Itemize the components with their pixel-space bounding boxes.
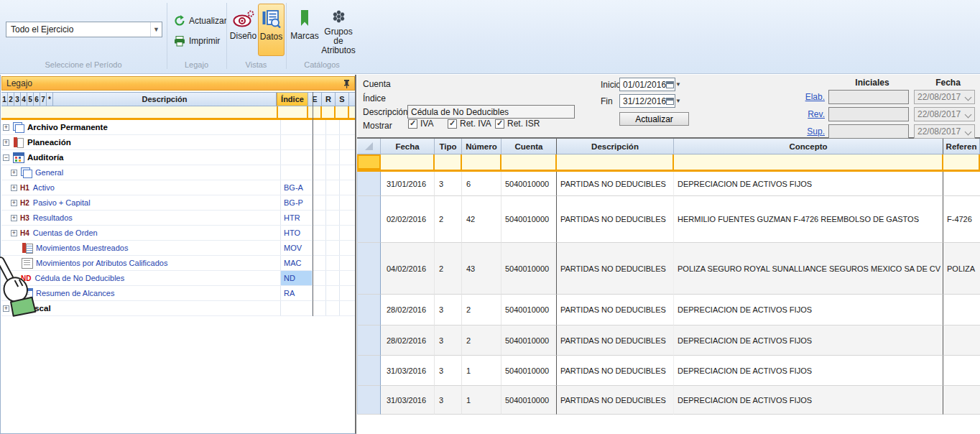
- sup-link[interactable]: Sup.: [788, 126, 828, 137]
- tree-row[interactable]: Resumen de Alcances RA: [1, 286, 355, 301]
- elab-date-select[interactable]: 22/08/2017: [914, 90, 975, 104]
- column-header-tipo[interactable]: Tipo: [435, 139, 462, 154]
- tree-e-cell: [312, 301, 325, 315]
- cell-referencia: POLIZA: [943, 243, 980, 295]
- level-header-7[interactable]: 7: [40, 93, 47, 106]
- tree-s-cell: [339, 241, 353, 255]
- form-actualizar-button[interactable]: Actualizar: [619, 112, 689, 126]
- tree-r-cell: [325, 135, 339, 149]
- rev-date-select[interactable]: 22/08/2017: [914, 107, 975, 121]
- column-header-r[interactable]: R: [322, 93, 336, 106]
- grid-corner-cell[interactable]: [357, 139, 381, 154]
- rev-link[interactable]: Rev.: [788, 109, 828, 119]
- tree-filter-row[interactable]: [1, 106, 355, 120]
- table-row[interactable]: 02/02/2016 2 42 5040010000 PARTIDAS NO D…: [357, 196, 980, 243]
- table-row[interactable]: 28/02/2016 3 2 5040010000 PARTIDAS NO DE…: [357, 326, 980, 356]
- table-row[interactable]: 31/03/2016 3 1 5040010000 PARTIDAS NO DE…: [357, 356, 980, 386]
- tree-row[interactable]: + Fiscal: [1, 301, 355, 316]
- red-binder-icon: [12, 137, 24, 147]
- tree-expander[interactable]: +: [3, 139, 9, 146]
- column-header-numero[interactable]: Número: [462, 139, 501, 154]
- tree-r-cell: [325, 256, 339, 270]
- elab-row: Elab. 22/08/2017: [788, 90, 975, 104]
- tree-row[interactable]: − Auditoría: [1, 150, 355, 165]
- row-selector[interactable]: [357, 243, 381, 295]
- column-header-fecha[interactable]: Fecha: [381, 139, 435, 154]
- table-row[interactable]: 31/03/2016 3 1 5040010000 PARTIDAS NO DE…: [357, 386, 980, 415]
- table-row[interactable]: 28/02/2016 3 2 5040010000 PARTIDAS NO DE…: [357, 295, 980, 326]
- datos-button[interactable]: Datos: [258, 4, 285, 56]
- iva-checkbox[interactable]: IVA: [408, 119, 433, 129]
- column-header-concepto[interactable]: Concepto: [674, 139, 943, 154]
- sup-date-select[interactable]: 22/08/2017: [914, 124, 975, 139]
- sup-initials-input[interactable]: [828, 124, 909, 139]
- rev-date-value: 22/08/2017: [915, 109, 964, 119]
- tree-expander[interactable]: +: [11, 230, 17, 236]
- grid-filter-row[interactable]: [357, 154, 980, 172]
- elab-link[interactable]: Elab.: [788, 92, 828, 102]
- tree-expander[interactable]: +: [3, 124, 9, 131]
- column-header-descripcion[interactable]: Descripción: [53, 93, 277, 106]
- tree-row[interactable]: + H4 Cuentas de Orden HTO: [1, 226, 355, 241]
- column-header-descripcion[interactable]: Descripción: [557, 139, 674, 154]
- imprimir-button[interactable]: Imprimir: [171, 33, 223, 49]
- level-header-4[interactable]: 4: [21, 93, 27, 106]
- actualizar-button[interactable]: Actualizar: [171, 13, 230, 29]
- tree-row[interactable]: + H2 Pasivo + Capital BG-P: [1, 195, 355, 211]
- cell-referencia: [943, 326, 980, 356]
- group-divider: [167, 3, 167, 69]
- inicio-date-picker[interactable]: 01/01/2016 ▼: [619, 78, 675, 91]
- descripcion-input[interactable]: [407, 105, 575, 119]
- tree-row[interactable]: Movimientos Muestreados MOV: [1, 241, 355, 256]
- tree-row[interactable]: + H3 Resultados HTR: [1, 211, 355, 226]
- row-selector[interactable]: [357, 196, 381, 243]
- marcas-button[interactable]: Marcas: [290, 4, 320, 56]
- tree-row[interactable]: ND Cédula de No Deducibles ND: [1, 271, 355, 286]
- row-selector[interactable]: [357, 356, 381, 386]
- level-header-2[interactable]: 2: [8, 93, 14, 106]
- table-row[interactable]: 31/01/2016 3 6 5040010000 PARTIDAS NO DE…: [357, 172, 980, 196]
- bookmark-icon: [300, 10, 310, 27]
- tree-s-cell: [339, 211, 353, 225]
- row-selector[interactable]: [357, 295, 381, 326]
- row-selector[interactable]: [357, 386, 381, 415]
- row-selector[interactable]: [357, 172, 381, 196]
- tree-row[interactable]: Movimientos por Atributos Calificados MA…: [1, 256, 355, 271]
- level-header-5[interactable]: 5: [27, 93, 34, 106]
- fin-date-picker[interactable]: 31/12/2016 ▼: [619, 94, 675, 108]
- tree-expander[interactable]: +: [11, 185, 17, 191]
- calendar-icon: [666, 98, 674, 105]
- tree-row[interactable]: + H1 Activo BG-A: [1, 180, 355, 195]
- pin-icon[interactable]: [343, 79, 350, 88]
- diseno-button[interactable]: Diseño: [229, 4, 257, 56]
- level-header-cells[interactable]: 1234567*: [1, 93, 53, 106]
- period-select[interactable]: Todo el Ejercicio ▼: [6, 22, 162, 37]
- column-header-s[interactable]: S: [336, 93, 349, 106]
- tree-row[interactable]: + Archivo Permanente: [1, 120, 355, 135]
- table-row[interactable]: 04/02/2016 2 43 5040010000 PARTIDAS NO D…: [357, 243, 980, 295]
- column-header-cuenta[interactable]: Cuenta: [501, 139, 557, 154]
- column-header-indice[interactable]: Índice: [277, 93, 308, 106]
- level-header-3[interactable]: 3: [14, 93, 21, 106]
- tree-expander[interactable]: +: [11, 200, 17, 206]
- legajo-panel-titlebar[interactable]: Legajo: [1, 76, 355, 91]
- rev-initials-input[interactable]: [828, 107, 909, 121]
- tree-expander[interactable]: +: [11, 215, 17, 221]
- level-header-1[interactable]: 1: [1, 93, 8, 106]
- cell-fecha: 31/01/2016: [381, 172, 435, 196]
- level-header-6[interactable]: 6: [34, 93, 40, 106]
- tree-expander[interactable]: −: [3, 154, 9, 161]
- elab-initials-input[interactable]: [828, 90, 909, 104]
- tree-row[interactable]: + Planeación: [1, 135, 355, 150]
- ret-isr-checkbox[interactable]: Ret. ISR: [495, 119, 540, 129]
- cell-numero: 43: [462, 243, 501, 295]
- column-header-e[interactable]: E: [308, 93, 322, 106]
- row-selector[interactable]: [357, 326, 381, 356]
- tree-s-cell: [339, 135, 353, 149]
- tree-expander[interactable]: +: [11, 170, 17, 176]
- ret-iva-checkbox[interactable]: Ret. IVA: [448, 119, 491, 129]
- level-header-*[interactable]: *: [47, 93, 53, 106]
- tree-row[interactable]: + General: [1, 165, 355, 180]
- grupos-atributos-button[interactable]: Grupos de Atributos: [320, 4, 356, 56]
- column-header-referencia[interactable]: Referen: [943, 139, 980, 154]
